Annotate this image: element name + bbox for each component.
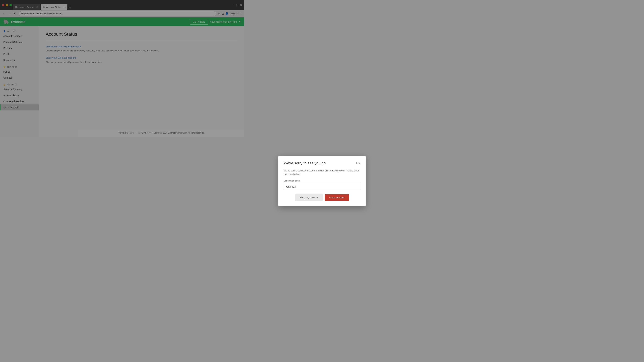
modal-overlay: We're sorry to see you go 4 / 4 We've se…	[0, 0, 244, 137]
